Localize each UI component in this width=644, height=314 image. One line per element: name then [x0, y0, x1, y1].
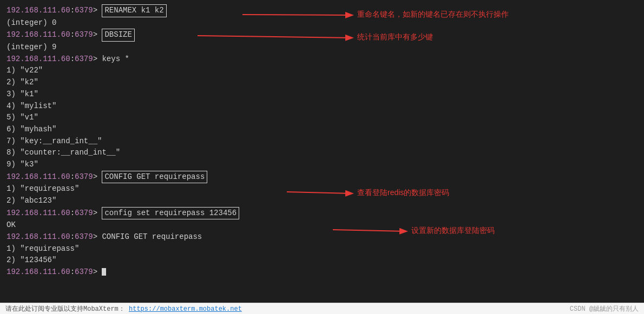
terminal-line-17: 2) "abc123": [6, 195, 638, 207]
terminal-line-23: 192.168.111.60:6379>: [6, 266, 638, 278]
port-6: 6379: [75, 232, 93, 241]
prompt-arrow: >: [93, 6, 102, 15]
terminal-line-19: OK: [6, 219, 638, 231]
terminal-line-8: 3) "k1": [6, 89, 638, 101]
cmd-config-set: config set requirepass 123456: [102, 207, 239, 220]
terminal-line-18: 192.168.111.60:6379> config set requirep…: [6, 207, 638, 220]
port-7: 6379: [75, 268, 93, 276]
footer-bar: 请在此处订阅专业版以支持MobaXterm： https://mobaxterm…: [0, 303, 644, 314]
annotation-config-get: 查看登陆redis的数据库密码: [357, 188, 449, 198]
prompt-arrow-6: > CONFIG GET requirepass: [93, 232, 202, 241]
terminal-line-1: 192.168.111.60:6379> RENAMEX k1 k2: [6, 4, 638, 17]
port: 6379: [75, 6, 93, 15]
colon: :: [70, 6, 75, 15]
port-3: 6379: [75, 55, 93, 63]
colon6: :: [70, 232, 75, 241]
terminal-line-3: 192.168.111.60:6379> DBSIZE: [6, 29, 638, 42]
ip-address-3: 192.168.111.60: [6, 55, 70, 63]
terminal-cursor: [102, 268, 106, 276]
annotation-renamex: 重命名键名，如新的键名已存在则不执行操作: [357, 10, 509, 19]
colon2: :: [70, 30, 75, 39]
port-4: 6379: [75, 172, 93, 181]
terminal-line-11: 6) "myhash": [6, 124, 638, 136]
cmd-dbsize: DBSIZE: [102, 29, 134, 42]
terminal-line-9: 4) "mylist": [6, 101, 638, 112]
terminal-line-20: 192.168.111.60:6379> CONFIG GET requirep…: [6, 231, 638, 243]
colon7: :: [70, 268, 75, 276]
output-integer-9: (integer) 9: [6, 43, 56, 51]
terminal-line-22: 2) "123456": [6, 255, 638, 266]
terminal-line-16: 1) "requirepass": [6, 183, 638, 195]
terminal-line-14: 9) "k3": [6, 159, 638, 171]
prompt-arrow-2: >: [93, 30, 102, 39]
terminal-line-6: 1) "v22": [6, 65, 638, 77]
prompt-arrow-7: >: [93, 268, 102, 276]
terminal-line-13: 8) "counter:__rand_int__": [6, 147, 638, 159]
footer-left: 请在此处订阅专业版以支持MobaXterm： https://mobaxterm…: [5, 304, 242, 313]
colon4: :: [70, 172, 75, 181]
port-5: 6379: [75, 209, 93, 217]
ip-address-6: 192.168.111.60: [6, 232, 70, 241]
terminal-line-12: 7) "key:__rand_int__": [6, 136, 638, 148]
footer-brand: CSDN @龇龇的只有别人: [570, 304, 639, 313]
terminal-line-5: 192.168.111.60:6379> keys *: [6, 54, 638, 65]
colon5: :: [70, 209, 75, 217]
prompt-arrow-3: > keys *: [93, 55, 129, 63]
prompt-arrow-4: >: [93, 172, 102, 181]
terminal-output: 192.168.111.60:6379> RENAMEX k1 k2 (inte…: [0, 0, 644, 303]
ip-address-2: 192.168.111.60: [6, 30, 70, 39]
cmd-renamex: RENAMEX k1 k2: [102, 4, 166, 17]
prompt-arrow-5: >: [93, 209, 102, 217]
port-2: 6379: [75, 30, 93, 39]
terminal-line-4: (integer) 9: [6, 42, 638, 54]
terminal-line-15: 192.168.111.60:6379> CONFIG GET requirep…: [6, 171, 638, 184]
terminal-line-7: 2) "k2": [6, 77, 638, 89]
terminal-line-2: (integer) 0: [6, 17, 638, 29]
footer-link[interactable]: https://mobaxterm.mobatek.net: [129, 305, 242, 313]
output-integer-0: (integer) 0: [6, 18, 56, 27]
terminal-line-10: 5) "v1": [6, 112, 638, 124]
ip-address-5: 192.168.111.60: [6, 209, 70, 217]
ip-address: 192.168.111.60: [6, 6, 70, 15]
annotation-config-set: 设置新的数据库登陆密码: [411, 226, 495, 236]
annotation-dbsize: 统计当前库中有多少键: [357, 32, 433, 42]
footer-text: 请在此处订阅专业版以支持MobaXterm：: [5, 305, 125, 313]
colon3: :: [70, 55, 75, 63]
ip-address-7: 192.168.111.60: [6, 268, 70, 276]
ip-address-4: 192.168.111.60: [6, 172, 70, 181]
terminal-line-21: 1) "requirepass": [6, 243, 638, 255]
cmd-config-get: CONFIG GET requirepass: [102, 171, 207, 184]
